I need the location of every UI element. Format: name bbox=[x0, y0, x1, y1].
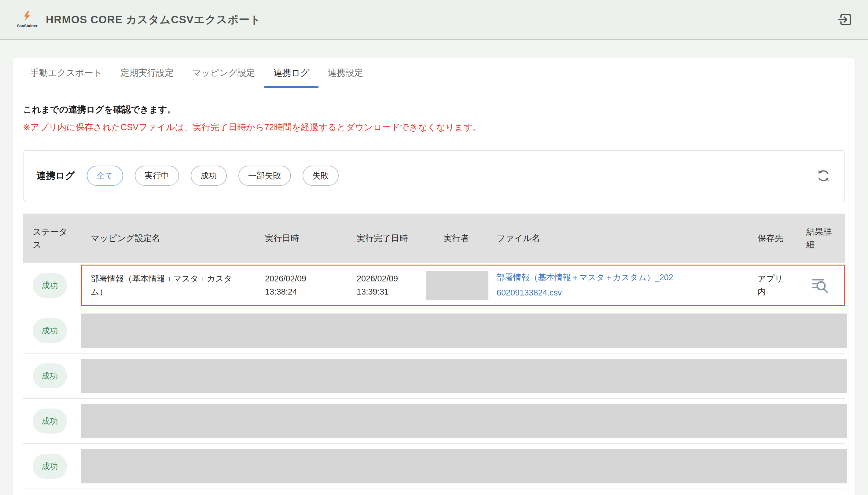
csv-download-link[interactable]: 部署情報（基本情報＋マスタ＋カスタム）_20260209133824.csv bbox=[497, 270, 676, 301]
table-row: 成功 bbox=[23, 444, 845, 489]
logout-button[interactable] bbox=[837, 11, 854, 28]
col-header-completed-at: 実行完了日時 bbox=[347, 232, 426, 245]
search-list-icon bbox=[812, 277, 829, 294]
filter-title: 連携ログ bbox=[36, 169, 74, 182]
row-redacted-block bbox=[81, 359, 847, 393]
log-filter-panel: 連携ログ 全て 実行中 成功 一部失敗 失敗 bbox=[23, 150, 845, 201]
tab-integration-settings[interactable]: 連携設定 bbox=[319, 58, 372, 88]
filter-failure-button[interactable]: 失敗 bbox=[303, 166, 339, 186]
filter-success-button[interactable]: 成功 bbox=[191, 166, 227, 186]
status-badge: 成功 bbox=[33, 318, 67, 343]
filter-partial-failure-button[interactable]: 一部失敗 bbox=[238, 166, 291, 186]
status-cell: 成功 bbox=[23, 273, 81, 298]
status-badge: 成功 bbox=[33, 454, 67, 479]
app-header: SaaStainer HRMOS CORE カスタムCSVエクスポート bbox=[0, 0, 868, 40]
col-header-storage: 保存先 bbox=[748, 232, 793, 245]
table-row: 成功 bbox=[23, 354, 845, 399]
content-card: 手動エクスポート 定期実行設定 マッピング設定 連携ログ 連携設定 これまでの連… bbox=[12, 58, 856, 495]
logo-lightning-icon bbox=[22, 11, 32, 24]
status-cell: 成功 bbox=[23, 318, 81, 343]
saastainer-logo: SaaStainer bbox=[14, 11, 40, 28]
refresh-button[interactable] bbox=[815, 168, 832, 184]
table-row: 成功 bbox=[23, 308, 845, 354]
col-header-result-detail: 結果詳細 bbox=[793, 225, 847, 251]
row-redacted-block bbox=[81, 404, 847, 438]
status-cell: 成功 bbox=[23, 363, 81, 388]
tab-bar: 手動エクスポート 定期実行設定 マッピング設定 連携ログ 連携設定 bbox=[13, 58, 855, 88]
col-header-executor: 実行者 bbox=[426, 232, 487, 245]
filter-running-button[interactable]: 実行中 bbox=[135, 166, 179, 186]
col-header-started-at: 実行日時 bbox=[255, 232, 347, 245]
file-name-cell: 部署情報（基本情報＋マスタ＋カスタム）_20260209133824.csv bbox=[487, 270, 748, 301]
description-section: これまでの連携ログを確認できます。 ※アプリ内に保存されたCSVファイルは、実行… bbox=[13, 88, 855, 134]
tab-scheduled-execution[interactable]: 定期実行設定 bbox=[111, 58, 183, 88]
completed-at-cell: 2026/02/09 13:39:31 bbox=[347, 272, 426, 298]
row-redacted-block bbox=[81, 313, 847, 348]
status-cell: 成功 bbox=[23, 454, 81, 479]
started-at-cell: 2026/02/09 13:38:24 bbox=[255, 272, 347, 298]
result-detail-button[interactable] bbox=[811, 276, 829, 294]
warning-text: ※アプリ内に保存されたCSVファイルは、実行完了日時から72時間を経過するとダウ… bbox=[23, 121, 845, 134]
status-filter-group: 全て 実行中 成功 一部失敗 失敗 bbox=[87, 166, 339, 186]
status-badge: 成功 bbox=[33, 409, 67, 433]
tab-integration-log[interactable]: 連携ログ bbox=[265, 58, 319, 88]
table-header-row: ステータス マッピング設定名 実行日時 実行完了日時 実行者 ファイル名 保存先… bbox=[23, 214, 845, 263]
log-table: ステータス マッピング設定名 実行日時 実行完了日時 実行者 ファイル名 保存先… bbox=[23, 214, 845, 489]
tab-mapping-settings[interactable]: マッピング設定 bbox=[183, 58, 264, 88]
tab-manual-export[interactable]: 手動エクスポート bbox=[21, 58, 111, 88]
executor-redacted-block bbox=[426, 271, 489, 300]
description-text: これまでの連携ログを確認できます。 bbox=[23, 104, 845, 116]
status-badge: 成功 bbox=[33, 273, 67, 298]
status-cell: 成功 bbox=[23, 409, 81, 433]
logout-icon bbox=[838, 12, 853, 27]
mapping-name-cell: 部署情報（基本情報＋マスタ＋カスタム） bbox=[81, 272, 255, 298]
col-header-status: ステータス bbox=[23, 225, 81, 251]
status-badge: 成功 bbox=[33, 363, 67, 388]
table-row-highlighted: 成功 部署情報（基本情報＋マスタ＋カスタム） 2026/02/09 13:38:… bbox=[23, 263, 845, 308]
logo-text: SaaStainer bbox=[17, 23, 37, 28]
executor-cell bbox=[426, 271, 487, 300]
col-header-file-name: ファイル名 bbox=[487, 232, 748, 245]
filter-all-button[interactable]: 全て bbox=[87, 166, 123, 186]
storage-cell: アプリ内 bbox=[748, 272, 793, 298]
col-header-mapping-name: マッピング設定名 bbox=[81, 232, 255, 245]
table-row: 成功 bbox=[23, 399, 845, 444]
refresh-icon bbox=[816, 169, 830, 183]
row-redacted-block bbox=[81, 449, 847, 483]
page-title: HRMOS CORE カスタムCSVエクスポート bbox=[46, 13, 261, 27]
